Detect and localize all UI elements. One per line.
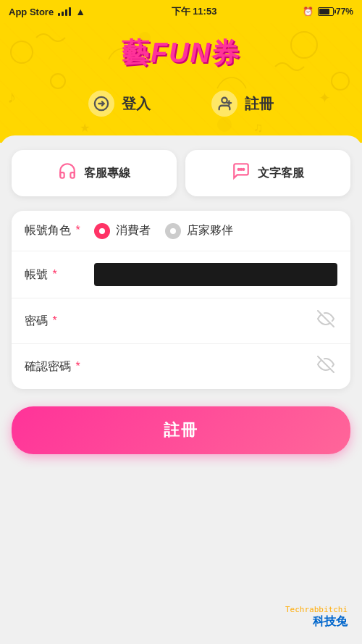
svg-point-15	[240, 169, 242, 170]
confirm-password-label: 確認密碼 *	[25, 359, 83, 375]
confirm-eye-icon[interactable]	[314, 356, 337, 377]
watermark-line1: Techrabbitchi	[285, 605, 348, 614]
app-ticket-text: 券	[211, 38, 240, 68]
role-row: 帳號角色 * 消費者 店家夥伴	[12, 211, 350, 251]
svg-text:♫: ♫	[253, 120, 264, 135]
time-display: 下午 11:53	[172, 5, 217, 18]
hotline-button[interactable]: 客服專線	[12, 150, 177, 196]
status-left: App Store ▲	[9, 6, 85, 17]
radio-store[interactable]	[165, 223, 181, 239]
app-title-wrap: 藝FUN券	[0, 23, 362, 86]
watermark-line2: 科技兔	[285, 614, 348, 630]
svg-point-11	[222, 98, 227, 103]
wifi-icon: ▲	[75, 6, 85, 17]
tab-register[interactable]: 註冊	[203, 86, 282, 121]
confirm-password-row: 確認密碼 *	[12, 344, 350, 389]
password-eye-icon[interactable]	[314, 310, 337, 332]
login-icon	[88, 91, 114, 117]
service-buttons: 客服專線 文字客服	[12, 150, 350, 196]
role-store-label: 店家夥伴	[187, 223, 233, 238]
watermark: Techrabbitchi 科技兔	[285, 605, 348, 630]
radio-consumer[interactable]	[94, 223, 110, 239]
status-right: ⏰ 77%	[303, 7, 353, 17]
form-card: 帳號角色 * 消費者 店家夥伴 帳號 *	[12, 211, 350, 389]
confirm-required: *	[72, 360, 80, 372]
tab-login[interactable]: 登入	[80, 86, 159, 121]
svg-point-16	[243, 169, 244, 170]
hotline-label: 客服專線	[84, 166, 130, 181]
carrier-label: App Store	[9, 7, 54, 17]
tab-login-label: 登入	[122, 94, 151, 114]
app-fun-text: FUN	[151, 38, 211, 68]
signal-icon	[58, 7, 71, 16]
main-content: 客服專線 文字客服 帳號角色 *	[0, 135, 362, 606]
role-consumer-label: 消費者	[116, 223, 151, 238]
app-title: 藝FUN券	[122, 35, 240, 72]
account-required: *	[49, 268, 57, 280]
alarm-icon: ⏰	[303, 7, 313, 17]
chat-button[interactable]: 文字客服	[185, 150, 350, 196]
role-label: 帳號角色 *	[25, 223, 83, 238]
svg-point-14	[238, 169, 240, 170]
register-button[interactable]: 註冊	[12, 406, 350, 454]
chat-icon	[232, 162, 251, 185]
role-required: *	[72, 224, 80, 236]
password-row: 密碼 *	[12, 298, 350, 344]
password-required: *	[49, 314, 57, 327]
radio-consumer-inner	[99, 228, 105, 234]
radio-store-inner	[170, 228, 176, 234]
confirm-password-input[interactable]	[83, 360, 314, 373]
nav-tabs: 登入 註冊	[0, 86, 362, 121]
role-consumer[interactable]: 消費者	[94, 223, 151, 239]
account-label: 帳號 *	[25, 267, 83, 283]
svg-text:★: ★	[80, 122, 90, 134]
password-input[interactable]	[83, 314, 314, 327]
account-input[interactable]	[94, 263, 337, 286]
battery-container: 77%	[318, 7, 353, 17]
hotline-icon	[58, 162, 77, 185]
app-title-text: 藝	[122, 38, 151, 68]
password-label: 密碼 *	[25, 314, 83, 329]
status-bar: App Store ▲ 下午 11:53 ⏰ 77%	[0, 0, 362, 23]
role-store[interactable]: 店家夥伴	[165, 223, 233, 239]
tab-register-label: 註冊	[245, 94, 274, 114]
register-icon	[211, 91, 237, 117]
battery-label: 77%	[336, 7, 353, 17]
account-row: 帳號 *	[12, 251, 350, 298]
header-area: ♪ ✦ ★ ♫ 藝FUN券 登入	[0, 23, 362, 143]
role-options: 消費者 店家夥伴	[83, 223, 337, 239]
chat-label: 文字客服	[258, 166, 304, 181]
battery-icon	[318, 7, 334, 16]
